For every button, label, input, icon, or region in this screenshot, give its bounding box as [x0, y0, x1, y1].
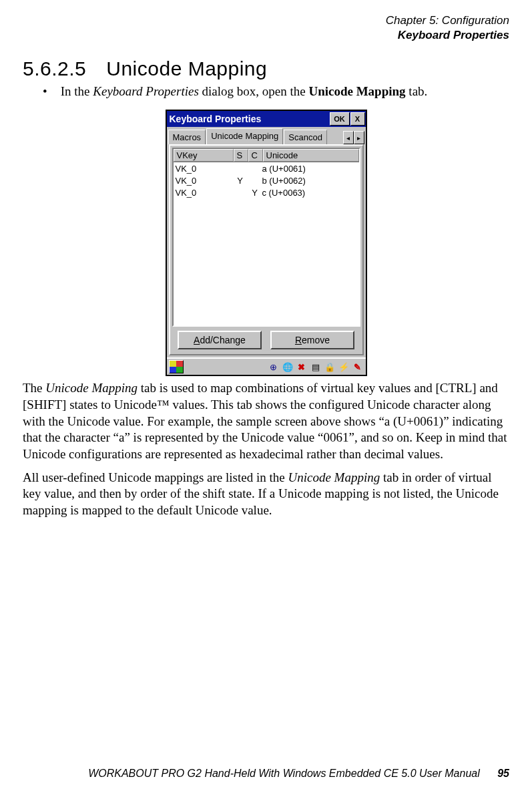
- footer-text: WORKABOUT PRO G2 Hand-Held With Windows …: [88, 768, 480, 779]
- tab-unicode-mapping[interactable]: Unicode Mapping: [206, 128, 283, 144]
- section-title: Unicode Mapping: [106, 57, 267, 79]
- page-footer: WORKABOUT PRO G2 Hand-Held With Windows …: [23, 768, 509, 780]
- tray-network-icon[interactable]: ⊕: [268, 361, 280, 373]
- list-item[interactable]: VK_0 Y b (U+0062): [174, 174, 359, 186]
- start-button-icon[interactable]: [169, 360, 184, 373]
- list-item[interactable]: VK_0 Y c (U+0063): [174, 186, 359, 198]
- page-number: 95: [497, 768, 509, 779]
- remove-button[interactable]: Remove: [270, 331, 354, 349]
- column-ctrl[interactable]: C: [248, 149, 263, 162]
- list-item[interactable]: VK_0 a (U+0061): [174, 162, 359, 174]
- tab-body: VKey S C Unicode VK_0 a (U+0061) VK_0 Y …: [169, 144, 364, 355]
- section-number: 5.6.2.5: [23, 57, 86, 80]
- taskbar: ⊕ 🌐 ✖ ▤ 🔒 ⚡ ✎: [167, 357, 366, 375]
- page-header: Chapter 5: Configuration Keyboard Proper…: [23, 13, 509, 43]
- paragraph-1: The Unicode Mapping tab is used to map c…: [23, 380, 509, 462]
- column-vkey[interactable]: VKey: [174, 149, 234, 162]
- column-header-row: VKey S C Unicode: [174, 149, 359, 162]
- ok-button[interactable]: OK: [330, 112, 350, 126]
- tab-scroll-right-icon[interactable]: ▸: [354, 131, 364, 144]
- add-change-button[interactable]: Add/Change: [178, 331, 262, 349]
- bullet-marker: •: [43, 84, 57, 99]
- tray-lock-icon[interactable]: 🔒: [324, 361, 336, 373]
- tray-pen-icon[interactable]: ✎: [352, 361, 364, 373]
- titlebar: Keyboard Properties OK X: [167, 111, 366, 127]
- mapping-list[interactable]: VKey S C Unicode VK_0 a (U+0061) VK_0 Y …: [172, 148, 360, 327]
- dialog-title: Keyboard Properties: [170, 114, 330, 124]
- keyboard-properties-dialog: Keyboard Properties OK X Macros Unicode …: [166, 110, 367, 376]
- tab-macros[interactable]: Macros: [168, 130, 206, 144]
- paragraph-2: All user-defined Unicode mappings are li…: [23, 470, 509, 519]
- tab-scroll-left-icon[interactable]: ◂: [343, 131, 354, 144]
- close-button[interactable]: X: [350, 112, 365, 126]
- column-unicode[interactable]: Unicode: [263, 149, 359, 162]
- section-label: Keyboard Properties: [23, 28, 509, 43]
- dialog-screenshot: Keyboard Properties OK X Macros Unicode …: [23, 110, 509, 376]
- tray-globe-icon[interactable]: 🌐: [282, 361, 294, 373]
- section-heading: 5.6.2.5Unicode Mapping: [23, 57, 509, 80]
- column-shift[interactable]: S: [234, 149, 248, 162]
- tray-alert-icon[interactable]: ✖: [296, 361, 308, 373]
- instruction-bullet: • In the Keyboard Properties dialog box,…: [43, 84, 509, 99]
- button-row: Add/Change Remove: [172, 327, 360, 352]
- tab-scancode[interactable]: Scancod: [284, 130, 327, 144]
- tray-card-icon[interactable]: ▤: [310, 361, 322, 373]
- tab-strip: Macros Unicode Mapping Scancod ◂ ▸: [167, 127, 366, 144]
- tray-plug-icon[interactable]: ⚡: [338, 361, 350, 373]
- chapter-label: Chapter 5: Configuration: [23, 13, 509, 28]
